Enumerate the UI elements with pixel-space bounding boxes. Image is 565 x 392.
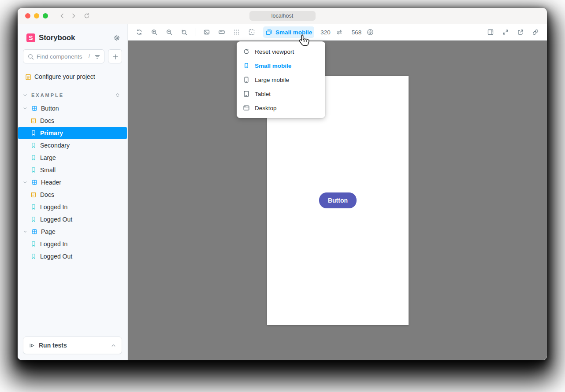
menu-item-tablet[interactable]: Tablet (237, 87, 325, 101)
sidebar-group-header[interactable]: Header (18, 176, 127, 189)
settings-gear-icon[interactable] (112, 33, 121, 42)
viewport-width-value[interactable]: 320 (318, 29, 333, 36)
copy-link-button[interactable] (529, 26, 542, 38)
sidebar-item-label: Docs (40, 117, 54, 124)
accessibility-button[interactable] (364, 26, 376, 38)
sidebar-item-label: Logged Out (40, 216, 72, 223)
canvas-toolbar: Small mobile 320 568 (128, 24, 547, 41)
address-text: localhost (271, 13, 293, 19)
sidebar-item-button-small[interactable]: Small (18, 164, 127, 176)
menu-item-label: Reset viewport (255, 48, 294, 55)
menu-item-label: Small mobile (255, 63, 291, 69)
bookmark-icon (30, 253, 37, 259)
toggle-addons-panel-button[interactable] (484, 26, 497, 38)
bookmark-icon (30, 204, 37, 210)
sidebar-item-header-loggedout[interactable]: Logged Out (18, 213, 127, 226)
main-area: Small mobile 320 568 Button (128, 24, 547, 360)
chevron-down-icon (22, 229, 28, 234)
bookmark-icon (30, 241, 37, 247)
chevron-down-icon (22, 180, 28, 185)
open-new-tab-button[interactable] (514, 26, 527, 38)
sidebar-item-label: Logged In (40, 203, 67, 211)
collapse-all-icon[interactable] (115, 92, 121, 98)
section-label: EXAMPLE (31, 92, 115, 98)
sidebar-item-button-primary[interactable]: Primary (18, 127, 127, 139)
minimize-window-button[interactable] (34, 13, 39, 18)
search-shortcut-hint: / (89, 53, 90, 59)
traffic-lights (25, 13, 48, 18)
sidebar-item-label: Large (40, 154, 56, 161)
search-icon (27, 53, 34, 60)
viewport-menu: Reset viewport Small mobile Large mobile… (237, 41, 325, 118)
sidebar-item-label: Primary (40, 129, 63, 137)
bookmark-icon (30, 155, 37, 161)
menu-item-large-mobile[interactable]: Large mobile (237, 73, 325, 87)
filter-icon[interactable] (94, 53, 100, 60)
sidebar-item-page-loggedout[interactable]: Logged Out (18, 250, 127, 263)
sidebar: S Storybook Find components / Configure … (18, 24, 128, 360)
search-placeholder: Find components (37, 53, 89, 60)
sidebar-item-page-loggedin[interactable]: Logged In (18, 238, 127, 250)
viewport-icon (265, 29, 272, 36)
sidebar-group-page[interactable]: Page (18, 226, 127, 238)
sidebar-item-label: Page (41, 228, 56, 235)
document-icon (30, 192, 37, 198)
run-tests-play-icon (29, 342, 35, 349)
browser-reload-icon[interactable] (83, 12, 90, 19)
component-icon (31, 105, 37, 111)
sidebar-item-header-docs[interactable]: Docs (18, 189, 127, 201)
sidebar-item-button-large[interactable]: Large (18, 152, 127, 164)
menu-item-small-mobile[interactable]: Small mobile (237, 59, 325, 73)
sidebar-item-label: Logged In (40, 240, 67, 248)
background-button[interactable] (201, 26, 213, 38)
address-bar[interactable]: localhost (249, 11, 316, 21)
run-tests-label: Run tests (39, 342, 111, 349)
sidebar-section-example[interactable]: EXAMPLE (18, 90, 127, 100)
component-icon (31, 179, 37, 185)
bookmark-icon (30, 216, 37, 222)
grid-button[interactable] (230, 26, 243, 38)
viewport-button[interactable]: Small mobile (263, 26, 314, 38)
close-window-button[interactable] (25, 13, 30, 18)
menu-item-desktop[interactable]: Desktop (237, 101, 325, 115)
menu-item-label: Large mobile (255, 77, 289, 83)
sidebar-item-label: Configure your project (34, 73, 95, 80)
search-input[interactable]: Find components / (23, 49, 104, 63)
zoom-window-button[interactable] (43, 13, 48, 18)
chevron-up-icon[interactable] (111, 343, 116, 348)
document-icon (30, 118, 37, 124)
large-mobile-icon (243, 76, 250, 83)
desktop-icon (243, 104, 250, 111)
component-icon (31, 229, 37, 235)
sidebar-group-button[interactable]: Button (18, 102, 127, 115)
fullscreen-button[interactable] (499, 26, 512, 38)
sidebar-item-button-docs[interactable]: Docs (18, 115, 127, 127)
browser-window: localhost S Storybook Find components / (18, 8, 547, 360)
zoom-in-button[interactable] (148, 26, 160, 38)
measure-button[interactable] (216, 26, 228, 38)
small-mobile-icon (243, 62, 250, 69)
browser-back-icon[interactable] (59, 12, 66, 19)
menu-item-label: Tablet (255, 91, 271, 97)
story-primary-button[interactable]: Button (319, 192, 357, 208)
sidebar-item-header-loggedin[interactable]: Logged In (18, 201, 127, 213)
bookmark-icon (30, 167, 37, 173)
menu-item-reset-viewport[interactable]: Reset viewport (237, 44, 325, 59)
run-tests-button[interactable]: Run tests (23, 337, 122, 354)
zoom-out-button[interactable] (163, 26, 175, 38)
viewport-button-label: Small mobile (275, 29, 312, 36)
storybook-logo[interactable]: S (26, 33, 35, 42)
sidebar-item-configure[interactable]: Configure your project (23, 70, 127, 83)
create-story-button[interactable] (108, 49, 122, 63)
remount-button[interactable] (133, 26, 145, 38)
outline-button[interactable] (245, 26, 258, 38)
sidebar-item-button-secondary[interactable]: Secondary (18, 139, 127, 152)
swap-dimensions-button[interactable] (333, 26, 346, 38)
document-icon (25, 74, 31, 80)
zoom-reset-button[interactable] (178, 26, 190, 38)
sidebar-item-label: Button (41, 105, 59, 112)
browser-forward-icon[interactable] (70, 12, 77, 19)
viewport-height-value[interactable]: 568 (349, 29, 364, 36)
sidebar-item-label: Logged Out (40, 253, 72, 260)
bookmark-icon (30, 130, 37, 136)
